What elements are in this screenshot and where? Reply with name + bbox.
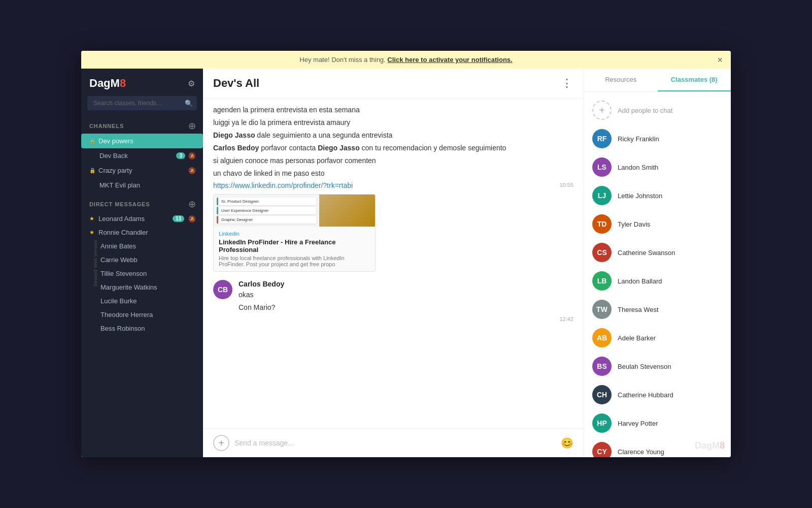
preview-desc: Hire top local freelance professionals w… (219, 255, 370, 267)
main-layout: Second Web Version DagM8 ⚙ 🔍 CHANNELS ⊕ … (81, 69, 731, 457)
add-channel-button[interactable]: ⊕ (188, 121, 196, 131)
classmate-name: Lettie Johnston (618, 192, 662, 200)
classmate-tyler-davis[interactable]: TD Tyler Davis (584, 210, 731, 238)
notif-link[interactable]: Click here to activate your notification… (387, 56, 512, 64)
sidebar-channel-mkt-evil-plan[interactable]: MKT Evil plan (81, 178, 203, 193)
more-options-button[interactable]: ⋮ (561, 77, 573, 90)
classmate-harvey-potter[interactable]: HP Harvey Potter (584, 409, 731, 437)
msg-text: agenden la primera entrevista en esta se… (213, 105, 573, 115)
classmate-avatar: BS (592, 357, 612, 376)
tab-resources[interactable]: Resources (584, 69, 658, 91)
message-carlos: CB Carlos Bedoy okas Con Mario? 12:42 (213, 280, 573, 322)
channel-name: MKT Evil plan (99, 181, 196, 189)
app-container: Hey mate! Don't miss a thing. Click here… (81, 51, 731, 457)
msg-text: Diego Jasso dale seguimiento a una segun… (213, 130, 573, 141)
sidebar-channel-dev-back[interactable]: Dev Back3🔕 (81, 148, 203, 163)
link-preview: Sr. Product Designer User Experience Des… (213, 194, 376, 272)
chat-area: Dev's All ⋮ agenden la primera entrevist… (203, 69, 584, 457)
msg-link[interactable]: https://www.linkedin.com/profinder/?trk=… (213, 181, 353, 189)
classmate-name: Adele Barker (618, 334, 656, 342)
classmate-theresa-west[interactable]: TW Theresa West (584, 295, 731, 324)
msg-text-mario: Con Mario? (239, 302, 573, 313)
msg-time-carlos: 12:42 (559, 316, 573, 322)
sidebar-channel-crazy-party[interactable]: 🔒Crazy party🔕 (81, 163, 203, 178)
classmate-landon-smith[interactable]: LS Landon Smith (584, 153, 731, 181)
channels-label: CHANNELS (89, 123, 124, 129)
msg-time: 10:55 (559, 182, 573, 188)
msg-text-okas: okas (239, 290, 573, 300)
dm-section-header: DIRECT MESSAGES ⊕ (81, 197, 203, 212)
classmate-beulah-stevenson[interactable]: BS Beulah Stevenson (584, 352, 731, 380)
star-icon: ★ (89, 215, 94, 222)
right-tabs: Resources Classmates (8) (584, 69, 731, 92)
sidebar-dm-ronnie-chandler[interactable]: ★Ronnie Chandler (81, 226, 203, 239)
sidebar-dm-theodore-herrera[interactable]: Theodore Herrera (81, 308, 203, 322)
preview-title: LinkedIn ProFinder - Hire a Freelance Pr… (219, 238, 370, 253)
search-input[interactable] (87, 96, 197, 110)
dm-badge: 13 (173, 215, 184, 222)
classmate-catherine-hubbard[interactable]: CH Catherine Hubbard (584, 380, 731, 409)
add-people-item[interactable]: + Add people to chat (584, 96, 731, 124)
dm-name: Carrie Webb (100, 256, 196, 264)
preview-image: Sr. Product Designer User Experience Des… (214, 195, 375, 227)
dagm8-watermark: DagM8 (695, 440, 725, 451)
settings-button[interactable]: ⚙ (188, 79, 195, 88)
add-attachment-button[interactable]: + (213, 435, 229, 451)
sidebar-dm-carrie-webb[interactable]: Carrie Webb (81, 253, 203, 267)
search-button[interactable]: 🔍 (185, 100, 193, 107)
classmate-lettie-johnston[interactable]: LJ Lettie Johnston (584, 181, 731, 210)
classmate-name: Clarence Young (618, 448, 664, 456)
msg-sender-inline: Carlos Bedoy (213, 144, 259, 152)
star-icon: ★ (89, 229, 94, 236)
logo-accent: 8 (120, 77, 126, 89)
classmate-name: Catherine Swanson (618, 249, 675, 257)
classmate-catherine-swanson[interactable]: CS Catherine Swanson (584, 238, 731, 267)
preview-left-panel: Sr. Product Designer User Experience Des… (214, 195, 319, 227)
msg-sender-carlos: Carlos Bedoy (239, 280, 573, 288)
classmate-name: Ricky Franklin (618, 135, 659, 143)
classmates-list-items: RF Ricky Franklin LS Landon Smith LJ Let… (584, 124, 731, 457)
message-block-1: agenden la primera entrevista en esta se… (213, 105, 573, 272)
channels-list: 🔒Dev powersDev Back3🔕🔒Crazy party🔕MKT Ev… (81, 134, 203, 193)
classmates-list: + Add people to chat RF Ricky Franklin L… (584, 92, 731, 457)
sidebar-dm-marguerite-watkins[interactable]: Marguerite Watkins (81, 280, 203, 294)
msg-text: un chavo de linked in me paso esto (213, 168, 573, 179)
sidebar-dm-bess-robinson[interactable]: Bess Robinson (81, 322, 203, 335)
preview-card-3: Graphic Designer (217, 216, 316, 224)
preview-right-panel (319, 195, 375, 227)
emoji-button[interactable]: 😊 (561, 437, 573, 449)
msg-text: Carlos Bedoy porfavor contacta Diego Jas… (213, 143, 573, 153)
classmate-avatar: CH (592, 385, 612, 404)
sidebar-dm-tillie-stevenson[interactable]: Tillie Stevenson (81, 267, 203, 280)
sidebar-dm-annie-bates[interactable]: Annie Bates (81, 239, 203, 253)
add-dm-button[interactable]: ⊕ (188, 200, 196, 209)
classmate-avatar: LJ (592, 186, 612, 205)
classmate-landon-ballard[interactable]: LB Landon Ballard (584, 267, 731, 295)
logo-text: DagM (89, 77, 120, 89)
sidebar-dm-leonard-adams[interactable]: ★Leonard Adams13🔕 (81, 212, 203, 226)
sidebar-dm-lucile-burke[interactable]: Lucile Burke (81, 294, 203, 308)
classmate-adele-barker[interactable]: AB Adele Barker (584, 324, 731, 352)
preview-body: Linkedin LinkedIn ProFinder - Hire a Fre… (214, 227, 375, 271)
chat-messages: agenden la primera entrevista en esta se… (203, 99, 584, 428)
dm-label: DIRECT MESSAGES (89, 201, 150, 207)
classmate-name: Tyler Davis (618, 220, 650, 228)
msg-sender-inline: Diego Jasso (213, 131, 255, 139)
dm-list: ★Leonard Adams13🔕★Ronnie ChandlerAnnie B… (81, 212, 203, 335)
classmate-avatar: RF (592, 129, 612, 148)
notif-message: Hey mate! Don't miss a thing. (299, 56, 387, 64)
mute-icon: 🔕 (188, 167, 196, 174)
notification-bar: Hey mate! Don't miss a thing. Click here… (81, 51, 731, 69)
sidebar: Second Web Version DagM8 ⚙ 🔍 CHANNELS ⊕ … (81, 69, 203, 457)
channel-badge: 3 (176, 152, 185, 159)
tab-classmates[interactable]: Classmates (8) (658, 69, 731, 91)
sidebar-channel-dev-powers[interactable]: 🔒Dev powers (81, 134, 203, 148)
classmate-avatar: HP (592, 414, 612, 433)
classmate-ricky-franklin[interactable]: RF Ricky Franklin (584, 124, 731, 153)
notif-close-button[interactable]: × (717, 54, 723, 65)
message-input[interactable] (234, 439, 556, 447)
classmate-avatar: AB (592, 328, 612, 347)
classmate-name: Landon Ballard (618, 277, 662, 285)
msg-content-carlos: Carlos Bedoy okas Con Mario? 12:42 (239, 280, 573, 322)
preview-card-2: User Experience Designer (217, 207, 316, 214)
